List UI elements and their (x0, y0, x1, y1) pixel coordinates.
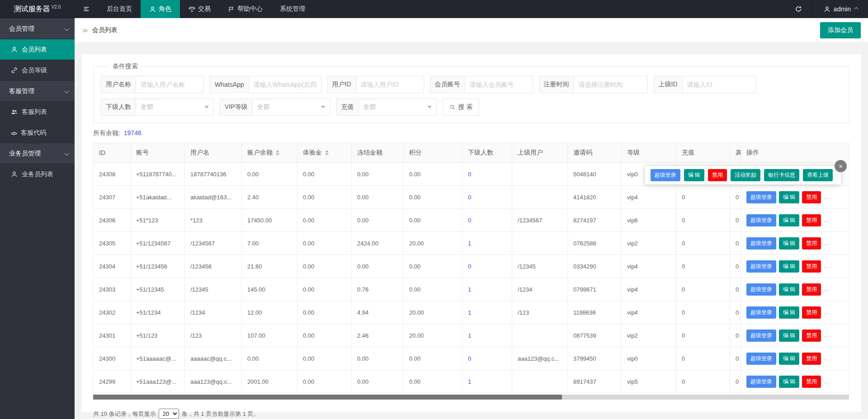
search-row-2: 下级人数全部VIP等级全部充值全部搜 索 (101, 99, 842, 116)
action-disable-button[interactable]: 禁用 (802, 376, 821, 388)
search-field-input[interactable] (136, 76, 204, 93)
subordinates-link[interactable]: 0 (468, 194, 471, 201)
popup-action-activity-reward-button[interactable]: 活动奖励 (731, 169, 760, 181)
subordinates-link[interactable]: 0 (468, 355, 471, 362)
sidebar-item-member-list[interactable]: 会员列表 (0, 39, 75, 60)
service-list-icon (11, 108, 18, 115)
scrollbar-thumb[interactable] (93, 395, 562, 400)
sidebar-group-2[interactable]: 客服管理 (0, 80, 75, 101)
refresh-icon[interactable] (784, 0, 813, 18)
subordinates-link[interactable]: 0 (468, 171, 471, 178)
action-edit-button[interactable]: 编 辑 (779, 330, 799, 342)
action-edit-button[interactable]: 编 辑 (779, 191, 799, 203)
subordinates-link[interactable]: 0 (468, 263, 471, 270)
action-super-login-button[interactable]: 超级登录 (746, 353, 776, 365)
sidebar-item-member-level[interactable]: 会员等级 (0, 60, 75, 80)
action-disable-button[interactable]: 禁用 (802, 306, 821, 319)
popup-action-super-login-button[interactable]: 超级登录 (651, 169, 680, 181)
cell-username: aaa123@qq.c... (185, 370, 242, 393)
more-actions-button[interactable]: ... (824, 193, 830, 200)
sort-desc-icon[interactable] (325, 153, 329, 155)
popup-close-icon[interactable]: × (835, 160, 847, 172)
subordinates-link[interactable]: 1 (468, 309, 471, 316)
subordinates-link[interactable]: 1 (468, 332, 471, 339)
cell-points: 20.00 (404, 324, 462, 347)
action-super-login-button[interactable]: 超级登录 (746, 260, 776, 273)
search-field-input[interactable] (465, 76, 533, 93)
action-edit-button[interactable]: 编 辑 (779, 283, 799, 296)
action-super-login-button[interactable]: 超级登录 (746, 283, 776, 296)
search-field-input[interactable] (356, 76, 424, 93)
action-super-login-button[interactable]: 超级登录 (746, 330, 776, 342)
nav-item-role[interactable]: 角色 (141, 0, 180, 18)
popup-action-bank-card-info-button[interactable]: 银行卡信息 (764, 169, 799, 181)
search-select-value[interactable]: 全部 (359, 99, 437, 116)
popup-action-disable-button[interactable]: 禁用 (708, 169, 727, 181)
more-actions-button[interactable]: ... (824, 217, 830, 223)
subordinates-link[interactable]: 1 (468, 286, 471, 293)
hamburger-menu-icon[interactable] (75, 0, 98, 18)
add-member-button[interactable]: 添加会员 (820, 22, 861, 38)
search-select-value[interactable]: 全部 (136, 99, 214, 116)
search-field-label: 注册时间 (539, 76, 574, 93)
more-actions-button[interactable]: ... (824, 240, 830, 246)
action-super-login-button[interactable]: 超级登录 (746, 306, 776, 319)
sort-icon[interactable] (325, 150, 329, 155)
action-edit-button[interactable]: 编 辑 (779, 376, 799, 388)
action-super-login-button[interactable]: 超级登录 (746, 214, 776, 226)
action-disable-button[interactable]: 禁用 (802, 214, 821, 226)
sidebar-group-3[interactable]: 业务员管理 (0, 143, 75, 164)
search-field-input[interactable] (249, 76, 321, 93)
action-disable-button[interactable]: 禁用 (802, 353, 821, 365)
more-actions-button[interactable]: ... (824, 332, 830, 339)
action-disable-button[interactable]: 禁用 (802, 237, 821, 250)
action-edit-button[interactable]: 编 辑 (779, 353, 799, 365)
sort-asc-icon[interactable] (276, 150, 279, 152)
cell-trial: 0.00 (297, 232, 352, 255)
select-caret-icon (204, 106, 209, 108)
action-super-login-button[interactable]: 超级登录 (746, 191, 776, 203)
action-disable-button[interactable]: 禁用 (802, 260, 821, 273)
nav-item-system[interactable]: 系统管理 (271, 0, 314, 18)
sort-icon[interactable] (276, 150, 279, 155)
more-actions-button[interactable]: ... (824, 355, 830, 362)
popup-action-view-parent-button[interactable]: 查看上级 (803, 169, 833, 181)
sidebar-item-salesman-list[interactable]: 业务员列表 (0, 164, 75, 184)
search-field-input[interactable] (683, 76, 756, 93)
action-disable-button[interactable]: 禁用 (802, 191, 821, 203)
action-edit-button[interactable]: 编 辑 (779, 260, 799, 273)
sidebar-item-service-list[interactable]: 客服列表 (0, 101, 75, 122)
action-edit-button[interactable]: 编 辑 (779, 306, 799, 319)
nav-item-trade[interactable]: 交易 (180, 0, 219, 18)
more-actions-button[interactable]: ... (824, 286, 830, 292)
cell-real: 0 (730, 232, 741, 255)
nav-item-help[interactable]: 帮助中心 (219, 0, 271, 18)
search-field-input[interactable] (574, 76, 648, 93)
cell-points: 0.00 (404, 370, 462, 393)
more-actions-button[interactable]: ... (824, 263, 830, 269)
user-menu[interactable]: admin (813, 0, 868, 18)
app-title: 测试服务器 (14, 5, 50, 14)
sidebar-group-1[interactable]: 会员管理 (0, 18, 75, 39)
action-edit-button[interactable]: 编 辑 (779, 237, 799, 250)
subordinates-link[interactable]: 0 (468, 217, 471, 224)
sort-desc-icon[interactable] (276, 153, 279, 155)
action-super-login-button[interactable]: 超级登录 (746, 376, 776, 388)
page-size-select[interactable]: 20 (159, 409, 179, 419)
subordinates-link[interactable]: 1 (468, 240, 471, 247)
more-actions-button[interactable]: ... (824, 309, 830, 315)
cell-trial: 0.00 (297, 163, 352, 186)
more-actions-button[interactable]: ... (824, 378, 830, 385)
action-super-login-button[interactable]: 超级登录 (746, 237, 776, 250)
action-disable-button[interactable]: 禁用 (802, 330, 821, 342)
horizontal-scrollbar[interactable] (93, 395, 849, 400)
sort-asc-icon[interactable] (325, 150, 329, 152)
action-disable-button[interactable]: 禁用 (802, 283, 821, 296)
popup-action-edit-button[interactable]: 编 辑 (684, 169, 704, 181)
sidebar-item-service-code[interactable]: </>客服代码 (0, 122, 75, 143)
nav-item-home[interactable]: 后台首页 (98, 0, 141, 18)
search-button[interactable]: 搜 索 (443, 99, 480, 116)
search-select-value[interactable]: 全部 (253, 99, 330, 116)
action-edit-button[interactable]: 编 辑 (779, 214, 799, 226)
subordinates-link[interactable]: 1 (468, 378, 471, 385)
